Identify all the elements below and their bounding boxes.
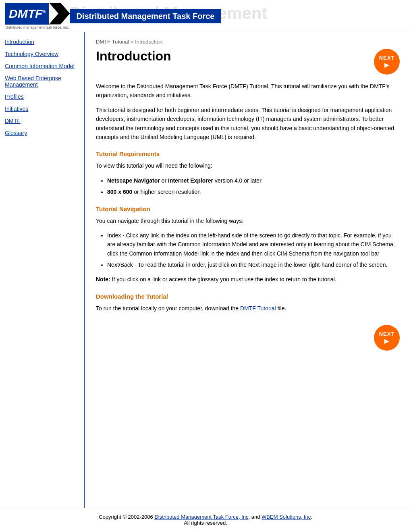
logo-arrow-shape [49,3,70,25]
next-arrow-top: ► [383,61,391,69]
footer-and: . and [249,514,262,520]
breadcrumb: DMTF Tutorial > Introduction [96,39,400,45]
navigation-list: Index - Click any link in the index on t… [107,231,400,270]
sidebar-item-initiatives[interactable]: Initiatives [5,106,79,112]
registered-mark: ® [42,9,46,14]
header: DMTF® distributed management task force,… [0,0,411,32]
requirements-list: Netscape Navigator or Internet Explorer … [107,176,400,197]
section-navigation-title: Tutorial Navigation [96,206,400,212]
sidebar-item-introduction[interactable]: Introduction [5,39,79,45]
note-content: If you click on a link or access the glo… [110,276,336,283]
note-bold: Note: [96,276,110,283]
page-title: Introduction [96,49,171,64]
download-text-before: To run the tutorial locally on your comp… [96,305,240,312]
nav-item-index: Index - Click any link in the index on t… [107,231,400,258]
intro-paragraph-2: This tutorial is designed for both begin… [96,106,400,142]
sidebar-item-wbem[interactable]: Web Based Enterprise Management [5,75,79,88]
copyright-text: Copyright © 2002-2006 [99,514,154,520]
header-title-area: Distributed Management Distributed Manag… [70,4,406,28]
dmtf-letters: DMTF® [9,7,46,21]
intro-paragraph-1: Welcome to the Distributed Management Ta… [96,82,400,100]
next-arrow-bottom: ► [383,337,391,345]
requirements-intro: To view this tutorial you will need the … [96,161,400,170]
dmtf-tutorial-link[interactable]: DMTF Tutorial [240,305,276,312]
dmtf-logo-text: DMTF® [5,3,49,25]
next-label-bottom: NEXT [379,331,395,337]
internet-explorer-bold: Internet Explorer [168,177,213,184]
footer: Copyright © 2002-2006 Distributed Manage… [0,508,411,532]
section-download-title: Downloading the Tutorial [96,293,400,300]
resolution-bold: 800 x 600 [107,189,132,195]
next-label-top: NEXT [379,55,395,61]
navigation-intro: You can navigate through this tutorial i… [96,216,400,225]
req-version-text: version 4.0 or later [213,177,262,184]
download-paragraph: To run the tutorial locally on your comp… [96,304,400,313]
sidebar-item-cim[interactable]: Common Information Model [5,63,79,69]
logo-subtitle: distributed management task force, inc. [5,25,69,29]
sidebar-item-dmtf[interactable]: DMTF [5,118,79,124]
sidebar-item-profiles[interactable]: Profiles [5,94,79,100]
layout: Introduction Technology Overview Common … [0,32,411,508]
download-text-after: file. [276,305,286,312]
req-or-text: or [160,177,168,184]
resolution-text: or higher screen resolution [132,189,201,195]
footer-line1: Copyright © 2002-2006 Distributed Manage… [4,514,407,520]
note-paragraph: Note: If you click on a link or access t… [96,275,400,284]
logo-inner: DMTF® [5,3,70,25]
main-content: DMTF Tutorial > Introduction Introductio… [85,32,411,508]
next-button-top[interactable]: NEXT ► [374,49,400,75]
footer-end: . [311,514,312,520]
netscape-navigator-bold: Netscape Navigator [107,177,160,184]
next-bottom-row: NEXT ► [96,325,400,351]
requirement-item-1: Netscape Navigator or Internet Explorer … [107,176,400,185]
header-main-title: Distributed Management Task Force [70,9,221,23]
page-title-row: Introduction NEXT ► [96,49,400,75]
nav-item-nextback: Next/Back - To read the tutorial in orde… [107,260,400,269]
section-requirements-title: Tutorial Requirements [96,150,400,157]
next-button-bottom[interactable]: NEXT ► [374,325,400,351]
sidebar-item-technology-overview[interactable]: Technology Overview [5,51,79,57]
requirement-item-2: 800 x 600 or higher screen resolution [107,187,400,196]
dmtf-footer-link[interactable]: Distributed Management Task Force, Inc [154,514,248,520]
footer-rights: All rights reserved. [4,520,407,526]
logo-wrapper: DMTF® distributed management task force,… [5,3,70,29]
sidebar-item-glossary[interactable]: Glossary [5,130,79,136]
sidebar: Introduction Technology Overview Common … [0,32,85,508]
wbem-footer-link[interactable]: WBEM Solutions, Inc [262,514,311,520]
